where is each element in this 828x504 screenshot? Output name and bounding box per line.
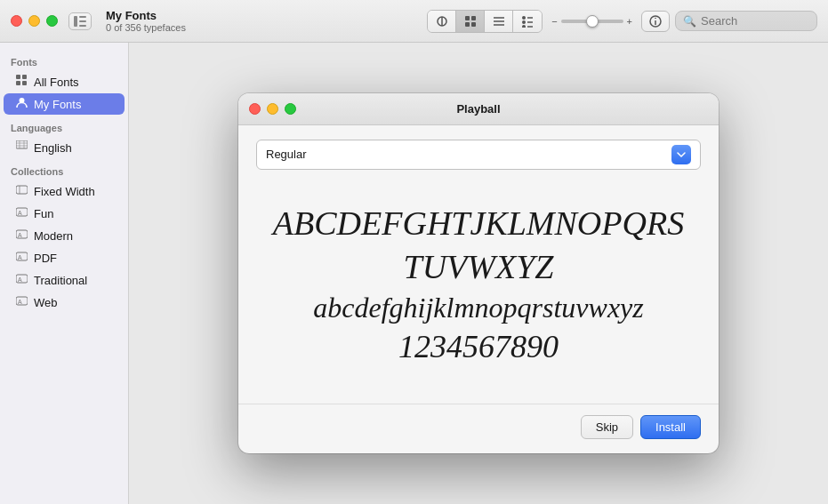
circle-view-button[interactable] [428,11,456,32]
window-subtitle: 0 of 356 typefaces [106,22,186,33]
font-preview-text: ABCDEFGHTJKLMNOPQRS TUVWXYZ abcdefghijkl… [273,202,684,368]
skip-button[interactable]: Skip [581,415,633,439]
view-toggle-group [427,10,543,33]
sidebar-item-all-fonts[interactable]: All Fonts [4,71,125,92]
fun-label: Fun [34,207,53,220]
modal-close-button[interactable] [249,103,261,115]
style-dropdown-value: Regular [266,148,307,161]
modern-icon: A [14,228,28,243]
pdf-label: PDF [34,252,57,265]
search-input[interactable] [701,14,808,28]
title-bar: My Fonts 0 of 356 typefaces − + [0,0,828,43]
preview-line-2: TUVWXYZ [273,245,684,289]
svg-text:A: A [18,254,22,260]
modal-maximize-button[interactable] [285,103,296,115]
sidebar-item-pdf[interactable]: A PDF [4,247,125,268]
window-title: My Fonts [106,9,186,22]
detail-view-button[interactable] [513,11,542,32]
list-view-button[interactable] [485,11,513,32]
search-icon: 🔍 [683,15,696,28]
modal-title-bar: Playball [238,93,719,125]
dropdown-arrow-icon [671,145,691,164]
svg-rect-32 [16,186,28,194]
sidebar: Fonts All Fonts My Fonts Languages Engli… [0,43,129,504]
sidebar-item-web[interactable]: A Web [4,292,125,313]
modal-body: Regular ABCDEFGHTJKLMNOPQRS TUVWXYZ abcd… [238,125,719,404]
svg-rect-22 [16,75,20,79]
sidebar-item-english[interactable]: English [4,137,125,158]
size-slider-group[interactable]: − + [551,16,632,27]
fixed-width-label: Fixed Width [34,185,95,198]
search-box[interactable]: 🔍 [675,11,817,31]
size-slider[interactable] [561,20,623,23]
svg-rect-25 [22,81,27,85]
collections-section-label: Collections [0,159,128,180]
svg-rect-1 [79,16,86,18]
svg-rect-2 [79,20,86,22]
svg-point-17 [522,25,526,28]
modal-traffic-lights [249,103,296,115]
fun-icon: A [14,206,28,220]
maximize-button[interactable] [46,15,58,27]
content-area: Playball Regular ABCDEFGHTJKLMNOPQRS TUV… [129,43,828,504]
font-preview-area: ABCDEFGHTJKLMNOPQRS TUVWXYZ abcdefghijkl… [256,184,701,386]
fixed-width-icon [14,184,28,198]
modal-title: Playball [456,102,500,116]
svg-text:A: A [18,210,22,216]
svg-rect-0 [74,16,77,27]
svg-rect-3 [79,25,86,27]
user-fonts-icon [14,97,28,111]
svg-rect-8 [465,22,470,27]
svg-rect-23 [22,75,27,79]
grid-icon [14,75,28,89]
modern-label: Modern [34,229,73,243]
svg-point-15 [522,20,526,24]
fonts-section-label: Fonts [0,50,128,70]
sidebar-toggle-button[interactable] [68,12,92,30]
style-dropdown[interactable]: Regular [256,140,701,170]
pdf-icon: A [14,251,28,265]
svg-rect-9 [471,22,476,27]
web-icon: A [14,295,28,309]
main-area: Fonts All Fonts My Fonts Languages Engli… [0,43,828,504]
minimize-button[interactable] [28,15,40,27]
window-title-section: My Fonts 0 of 356 typefaces [106,9,186,33]
svg-rect-27 [16,140,28,148]
languages-section-label: Languages [0,116,128,136]
svg-rect-6 [465,16,470,20]
sidebar-item-modern[interactable]: A Modern [4,225,125,246]
traffic-lights [11,15,58,27]
svg-text:A: A [18,299,22,305]
install-button[interactable]: Install [640,415,701,439]
web-label: Web [34,296,58,309]
preview-line-3: abcdefghijklmnopqrstuvwxyz [273,290,684,327]
close-button[interactable] [11,15,22,27]
svg-rect-24 [16,81,20,85]
preview-line-4: 1234567890 [273,326,684,368]
toolbar: − + 🔍 [427,10,817,33]
my-fonts-label: My Fonts [34,98,81,111]
sidebar-item-traditional[interactable]: A Traditional [4,269,125,291]
traditional-label: Traditional [34,274,87,287]
svg-text:A: A [18,232,22,238]
svg-rect-7 [471,16,476,20]
modal-footer: Skip Install [238,404,719,453]
preview-line-1: ABCDEFGHTJKLMNOPQRS [273,202,684,245]
grid-view-button[interactable] [456,11,485,32]
svg-text:A: A [18,276,22,283]
sidebar-item-my-fonts[interactable]: My Fonts [4,93,125,115]
modal-minimize-button[interactable] [267,103,278,115]
font-preview-modal: Playball Regular ABCDEFGHTJKLMNOPQRS TUV… [238,93,719,453]
info-button[interactable] [641,11,670,32]
traditional-icon: A [14,273,28,287]
language-icon [14,140,28,155]
sidebar-item-fixed-width[interactable]: Fixed Width [4,180,125,202]
svg-point-21 [655,17,656,19]
all-fonts-label: All Fonts [34,76,79,89]
svg-point-13 [522,16,526,20]
sidebar-item-fun[interactable]: A Fun [4,203,125,224]
english-label: English [34,141,72,155]
